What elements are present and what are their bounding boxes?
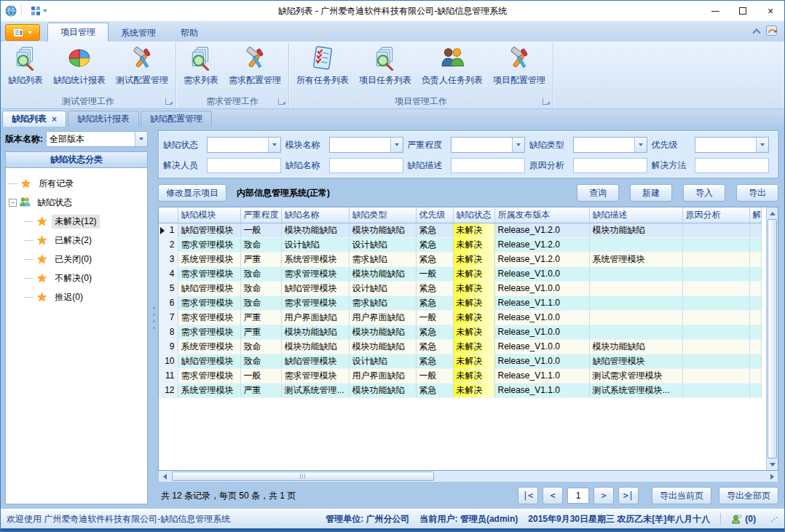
tree-item-不解决(0)[interactable]: ★不解决(0) bbox=[9, 269, 144, 287]
ribbon-collapse-icon[interactable] bbox=[754, 30, 760, 33]
column-header-indicator[interactable] bbox=[159, 207, 178, 223]
filter-模块名称: 模块名称 bbox=[285, 137, 408, 153]
ribbon-help-icon[interactable] bbox=[766, 25, 778, 39]
column-header-优先级[interactable]: 优先级 bbox=[416, 207, 453, 223]
export-button-导出全部页[interactable]: 导出全部页 bbox=[719, 487, 778, 504]
tree-item-已解决(2)[interactable]: ★已解决(2) bbox=[9, 231, 144, 250]
column-header-缺陷状态[interactable]: 缺陷状态 bbox=[453, 207, 494, 223]
doc-tab-1[interactable]: 缺陷列表× bbox=[2, 111, 66, 127]
filter-combo-模块名称[interactable] bbox=[329, 137, 403, 153]
scroll-up-icon[interactable] bbox=[767, 207, 778, 219]
table-row[interactable]: 11需求管理模块一般需求管理模块用户界面缺陷一般未解决Release_V1.1.… bbox=[159, 368, 761, 383]
application-menu-button[interactable] bbox=[5, 24, 40, 41]
prev-page-button[interactable]: < bbox=[543, 487, 563, 504]
table-row[interactable]: 1缺陷管理模块一般模块功能缺陷模块功能缺陷紧急未解决Release_V1.2.0… bbox=[159, 223, 761, 237]
combo-dropdown-button[interactable] bbox=[756, 138, 768, 152]
column-header-解决方法[interactable]: 解决方法 bbox=[749, 207, 761, 223]
table-row[interactable]: 7需求管理模块严重用户界面缺陷用户界面缺陷一般未解决Release_V1.0.0 bbox=[159, 310, 761, 325]
ribbon-button-需求配置管理[interactable]: 需求配置管理 bbox=[224, 43, 286, 88]
dialog-launcher-icon[interactable] bbox=[165, 98, 172, 105]
column-header-缺陷类型[interactable]: 缺陷类型 bbox=[349, 207, 416, 223]
tree-expander-icon[interactable]: − bbox=[9, 199, 17, 207]
filter-combo-优先级[interactable] bbox=[695, 137, 769, 153]
next-page-button[interactable]: > bbox=[593, 487, 614, 504]
ribbon-button-项目配置管理[interactable]: 项目配置管理 bbox=[488, 43, 551, 88]
horizontal-scroll-thumb[interactable] bbox=[172, 472, 434, 481]
action-button-导入[interactable]: 导入 bbox=[683, 184, 725, 202]
maximize-button[interactable] bbox=[729, 1, 757, 21]
column-header-所属发布版本[interactable]: 所属发布版本 bbox=[494, 207, 589, 223]
tab-close-icon[interactable]: × bbox=[52, 115, 57, 124]
table-row[interactable]: 3系统管理模块严重系统管理模块需求缺陷紧急未解决Release_V1.2.0系统… bbox=[159, 252, 761, 266]
scroll-left-icon[interactable] bbox=[159, 471, 170, 482]
doc-tab-3[interactable]: 缺陷配置管理 bbox=[141, 111, 212, 127]
ribbon-button-项目任务列表[interactable]: 项目任务列表 bbox=[354, 43, 417, 88]
table-row[interactable]: 12系统管理模块严重测试系统管理...模块功能缺陷紧急未解决Release_V1… bbox=[159, 383, 761, 397]
ribbon-tab-1[interactable]: 项目管理 bbox=[47, 23, 109, 41]
ribbon-button-负责人任务列表[interactable]: 负责人任务列表 bbox=[417, 43, 488, 88]
filter-input-解决人员[interactable] bbox=[207, 158, 281, 173]
ribbon-button-缺陷列表[interactable]: 缺陷列表 bbox=[3, 43, 48, 88]
table-row[interactable]: 6需求管理模块致命需求管理模块需求缺陷紧急未解决Release_V1.1.0 bbox=[159, 295, 761, 310]
ribbon-button-所有任务列表[interactable]: 所有任务列表 bbox=[291, 43, 354, 88]
action-button-新建[interactable]: 新建 bbox=[630, 184, 672, 202]
export-button-导出当前页[interactable]: 导出当前页 bbox=[652, 487, 711, 504]
doc-tab-2[interactable]: 缺陷统计报表 bbox=[68, 111, 139, 127]
scroll-right-icon[interactable] bbox=[766, 471, 778, 482]
filter-input-缺陷描述[interactable] bbox=[451, 158, 525, 173]
dialog-launcher-icon[interactable] bbox=[278, 98, 285, 105]
tree-item-推迟(0)[interactable]: ★推迟(0) bbox=[9, 287, 144, 306]
action-button-导出[interactable]: 导出 bbox=[736, 184, 778, 202]
close-button[interactable]: × bbox=[757, 1, 784, 21]
vertical-scroll-thumb[interactable] bbox=[768, 219, 777, 458]
horizontal-scrollbar[interactable] bbox=[158, 471, 778, 483]
tree-item-所有记录[interactable]: ★所有记录 bbox=[9, 174, 144, 193]
table-row[interactable]: 4需求管理模块致命需求管理模块模块功能缺陷一般未解决Release_V1.0.0 bbox=[159, 266, 761, 281]
version-select[interactable]: 全部版本 bbox=[46, 131, 148, 147]
first-page-button[interactable]: |< bbox=[518, 487, 538, 504]
last-page-button[interactable]: >| bbox=[618, 487, 639, 504]
column-header-缺陷名称[interactable]: 缺陷名称 bbox=[281, 207, 349, 223]
dialog-launcher-icon[interactable] bbox=[543, 98, 549, 105]
table-row[interactable]: 2需求管理模块致命设计缺陷设计缺陷紧急未解决Release_V1.2.0 bbox=[159, 237, 761, 252]
page-number-input[interactable] bbox=[567, 488, 589, 504]
combo-dropdown-button[interactable] bbox=[390, 138, 403, 152]
column-header-缺陷描述[interactable]: 缺陷描述 bbox=[589, 207, 682, 223]
sidebar-splitter[interactable] bbox=[151, 127, 157, 509]
cell-desc: 测试系统管理模块... bbox=[589, 383, 682, 397]
ribbon-button-测试配置管理[interactable]: 测试配置管理 bbox=[111, 43, 173, 88]
filter-combo-严重程度[interactable] bbox=[451, 137, 525, 153]
table-row[interactable]: 10缺陷管理模块致命缺陷管理模块设计缺陷紧急未解决Release_V1.0.0缺… bbox=[159, 354, 761, 368]
filter-input-原因分析[interactable] bbox=[573, 158, 647, 173]
filter-combo-缺陷类型[interactable] bbox=[573, 137, 647, 153]
combo-dropdown-button[interactable] bbox=[634, 138, 647, 152]
tree-item-未解决(12)[interactable]: ★未解决(12) bbox=[9, 212, 144, 231]
ribbon-button-缺陷统计报表[interactable]: 缺陷统计报表 bbox=[48, 43, 111, 88]
column-header-缺陷模块[interactable]: 缺陷模块 bbox=[178, 207, 240, 223]
layout-grid-icon[interactable] bbox=[31, 6, 47, 16]
modify-display-items-button[interactable]: 修改显示项目 bbox=[158, 184, 226, 202]
vertical-scrollbar[interactable] bbox=[766, 207, 778, 470]
table-row[interactable]: 5缺陷管理模块致命缺陷管理模块设计缺陷紧急未解决Release_V1.0.0 bbox=[159, 281, 761, 295]
ribbon-button-需求列表[interactable]: 需求列表 bbox=[178, 43, 224, 88]
version-select-dropdown-button[interactable] bbox=[135, 132, 147, 146]
messages-indicator[interactable]: (0) bbox=[731, 514, 756, 525]
ribbon-tab-3[interactable]: 帮助 bbox=[168, 24, 210, 41]
tree-item-已关闭(0)[interactable]: ★已关闭(0) bbox=[9, 250, 144, 269]
column-header-原因分析[interactable]: 原因分析 bbox=[682, 207, 749, 223]
action-button-查询[interactable]: 查询 bbox=[577, 184, 619, 202]
resize-grip-icon[interactable]: ⋰ bbox=[770, 515, 778, 523]
filter-input-缺陷名称[interactable] bbox=[329, 158, 403, 173]
filter-input-解决方法[interactable] bbox=[695, 158, 769, 173]
combo-dropdown-button[interactable] bbox=[512, 138, 524, 152]
combo-dropdown-button[interactable] bbox=[268, 138, 280, 152]
tree-item-缺陷状态[interactable]: −缺陷状态 bbox=[9, 193, 144, 212]
minimize-button[interactable] bbox=[701, 1, 729, 21]
ribbon-tab-2[interactable]: 系统管理 bbox=[109, 24, 168, 41]
table-row[interactable]: 9系统管理模块致命模块功能缺陷模块功能缺陷紧急未解决Release_V1.0.0… bbox=[159, 339, 761, 354]
scroll-down-icon[interactable] bbox=[767, 458, 778, 470]
table-row[interactable]: 8需求管理模块严重模块功能缺陷模块功能缺陷紧急未解决Release_V1.0.0 bbox=[159, 325, 761, 339]
filter-combo-缺陷状态[interactable] bbox=[207, 137, 281, 153]
horizontal-scroll-track[interactable] bbox=[170, 471, 766, 482]
column-header-严重程度[interactable]: 严重程度 bbox=[240, 207, 281, 223]
